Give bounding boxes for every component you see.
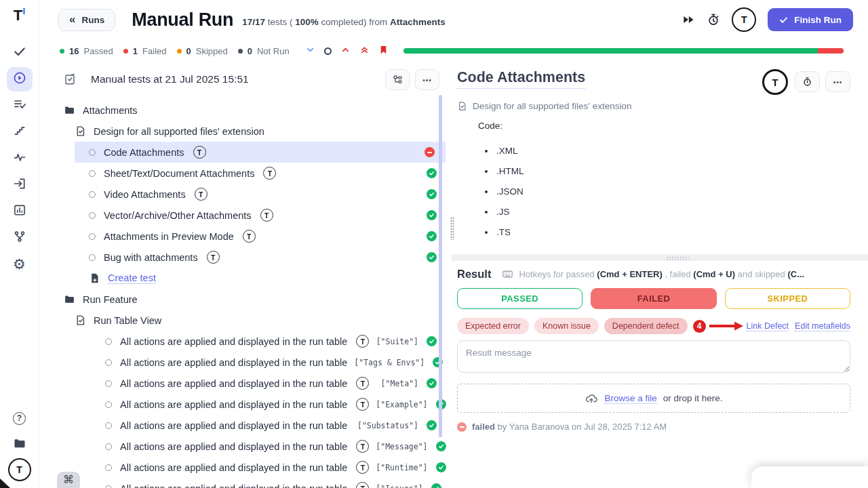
hotkeys-hint: Hotkeys for passed (Cmd + ENTER) , faile… <box>519 269 804 279</box>
tree-test-video-attachments[interactable]: Video Attachments <box>39 184 448 205</box>
bottom-right-overlay <box>751 466 868 488</box>
result-message-input[interactable] <box>457 340 850 373</box>
test-tag: ["Substatus"] <box>357 421 418 430</box>
user-avatar[interactable] <box>732 7 756 32</box>
test-label: Bug with attachments <box>104 252 198 263</box>
annotation-number: 4 <box>693 320 706 333</box>
tree-test-run-table-message[interactable]: All actions are applied and displayed in… <box>39 436 448 457</box>
test-tree: Attachments Design for all supported fil… <box>39 96 448 488</box>
sidebar-item-settings[interactable] <box>7 252 33 277</box>
more-icon <box>833 77 843 87</box>
sidebar-item-plans[interactable] <box>7 94 33 118</box>
sidebar-item-projects[interactable] <box>7 432 33 457</box>
tree-test-bug-attachments[interactable]: Bug with attachments <box>39 247 448 268</box>
tag-known-issue[interactable]: Known issue <box>534 318 599 334</box>
test-bullet-icon <box>105 422 112 429</box>
browse-file-link[interactable]: Browse a file <box>604 393 656 404</box>
sidebar-item-branches[interactable] <box>7 226 33 250</box>
tree-test-code-attachments[interactable]: Code Attachments <box>75 142 446 163</box>
circle-filter-icon[interactable] <box>324 47 332 55</box>
status-passed-icon <box>436 462 446 472</box>
testomat-badge-icon <box>356 377 369 390</box>
tree-doc-design[interactable]: Design for all supported files' extensio… <box>39 121 448 142</box>
test-bullet-icon <box>105 443 112 450</box>
sidebar-item-reports[interactable] <box>7 199 33 224</box>
test-bullet-icon <box>89 233 96 240</box>
list-item: .HTML <box>485 166 850 176</box>
sidebar-item-help[interactable] <box>7 406 33 430</box>
tree-view-button[interactable] <box>385 69 410 90</box>
passed-button[interactable]: PASSED <box>457 288 583 309</box>
tree-test-sheet-attachments[interactable]: Sheet/Text/Document Attachments <box>39 163 448 184</box>
test-bullet-icon <box>89 191 96 198</box>
doc-label: Run Table View <box>94 315 161 326</box>
chevrons-up-icon[interactable] <box>359 45 370 58</box>
result-splitter[interactable] <box>452 254 868 261</box>
tag-dependent-defect[interactable]: Dependent defect <box>604 318 688 334</box>
tree-test-preview-mode[interactable]: Attachments in Preview Mode <box>39 226 448 247</box>
pulse-icon <box>13 150 26 167</box>
link-defect-link[interactable]: Link Defect <box>747 321 789 331</box>
status-passed-icon <box>427 189 437 199</box>
status-passed-icon <box>427 378 437 388</box>
test-tag: ["Suite"] <box>376 337 418 346</box>
testomat-badge-icon <box>356 335 369 348</box>
tree-test-run-table-runtime[interactable]: All actions are applied and displayed in… <box>39 457 448 478</box>
tree-test-vector-attachments[interactable]: Vector/Archive/Other Attachments <box>39 205 448 226</box>
chevron-up-icon[interactable] <box>340 45 351 58</box>
tree-test-run-table-meta[interactable]: All actions are applied and displayed in… <box>39 373 448 394</box>
test-tag: ["Issues"] <box>376 484 422 488</box>
test-label: All actions are applied and displayed in… <box>120 378 347 389</box>
test-title[interactable]: Code Attachments <box>457 69 585 89</box>
tree-more-button[interactable] <box>415 69 439 90</box>
cloud-upload-icon <box>585 392 598 405</box>
status-passed-icon <box>427 231 437 241</box>
chevron-down-icon[interactable] <box>305 45 315 58</box>
edit-metafields-link[interactable]: Edit metafields <box>795 321 850 331</box>
finish-run-button[interactable]: Finish Run <box>768 8 853 31</box>
timer-button[interactable] <box>795 71 820 92</box>
tree-test-run-table-example[interactable]: All actions are applied and displayed in… <box>39 394 448 415</box>
tree-scrollbar[interactable] <box>439 95 442 437</box>
tree-suite-attachments[interactable]: Attachments <box>39 100 448 121</box>
test-breadcrumb[interactable]: Design for all supported files' extensio… <box>457 101 850 111</box>
sidebar-item-import[interactable] <box>7 173 33 197</box>
tag-expected-error[interactable]: Expected error <box>457 318 529 334</box>
skipped-button[interactable]: SKIPPED <box>725 288 850 309</box>
tree-test-run-table-tags-envs[interactable]: All actions are applied and displayed in… <box>39 352 448 373</box>
tree-suite-run-feature[interactable]: Run Feature <box>39 289 448 310</box>
tree-test-run-table-suite[interactable]: All actions are applied and displayed in… <box>39 331 448 352</box>
finish-run-label: Finish Run <box>794 15 842 25</box>
stopwatch-icon[interactable] <box>707 13 720 26</box>
create-test-link[interactable]: Create test <box>39 268 448 289</box>
file-dropzone[interactable]: Browse a file or drop it here. <box>457 384 850 413</box>
suite-label: Attachments <box>83 105 138 116</box>
sidebar-item-steps[interactable] <box>7 120 33 144</box>
app-logo-icon[interactable]: T <box>14 8 25 23</box>
stairs-icon <box>13 124 26 140</box>
status-passed-icon <box>427 336 437 346</box>
status-failed-icon <box>425 147 435 157</box>
tree-doc-run-table-view[interactable]: Run Table View <box>39 310 448 331</box>
testomat-badge-icon <box>207 251 220 264</box>
failed-button[interactable]: FAILED <box>591 288 716 309</box>
detail-more-button[interactable] <box>825 71 850 92</box>
bookmark-icon[interactable] <box>378 45 389 58</box>
tree-test-run-table-issues[interactable]: All actions are applied and displayed in… <box>39 478 448 488</box>
clipboard-check-icon[interactable] <box>64 73 76 85</box>
sidebar-item-runs[interactable] <box>7 67 33 92</box>
assignee-avatar[interactable] <box>762 69 788 95</box>
workspace-logo-icon[interactable] <box>8 458 31 481</box>
tree-test-run-table-substatus[interactable]: All actions are applied and displayed in… <box>39 415 448 436</box>
testomat-badge-icon <box>260 209 273 222</box>
status-passed-icon <box>427 252 437 262</box>
test-label: Code Attachments <box>104 147 184 158</box>
fast-forward-icon[interactable] <box>682 13 695 26</box>
sidebar-item-checks[interactable] <box>7 41 33 65</box>
import-icon <box>13 177 26 193</box>
gear-icon <box>13 256 26 272</box>
back-to-runs-button[interactable]: Runs <box>58 9 115 31</box>
test-bullet-icon <box>89 212 96 219</box>
test-bullet-icon <box>105 464 112 471</box>
sidebar-item-analytics[interactable] <box>7 146 33 171</box>
